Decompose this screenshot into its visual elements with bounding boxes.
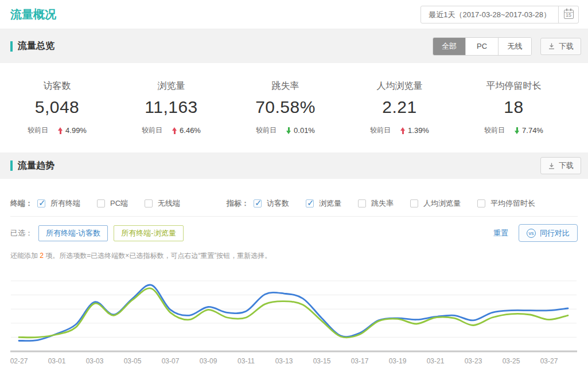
reset-link[interactable]: 重置 [493,228,508,238]
metric-value: 70.58% [228,97,342,117]
metric-card-avg-duration: 平均停留时长 18 较前日 7.74% [457,80,571,152]
divider [10,216,578,217]
x-tick-label: 03-15 [313,357,331,365]
x-tick-label: 02-27 [10,357,28,365]
x-tick-label: 03-05 [124,357,142,365]
checkbox-metric-bounce-rate[interactable]: 跳失率 [358,198,394,209]
metric-card-bounce-rate: 跳失率 70.58% 较前日 0.01% [228,80,342,152]
download-label: 下载 [559,41,574,52]
download-icon [548,42,555,50]
trend-download-button[interactable]: 下载 [540,157,581,174]
checkbox-label: 人均浏览量 [423,198,461,209]
summary-section-title: 流量总览 [10,40,54,52]
download-icon [548,162,555,170]
checkbox-label: 跳失率 [371,198,394,209]
trend-chart[interactable]: 02-2703-0103-0303-0503-0703-0903-1103-13… [10,270,578,370]
top-bar: 流量概况 最近1天（2017-03-28~2017-03-28） 15 [0,0,588,29]
compare-label: 较前日 [28,126,48,135]
metric-label: 跳失率 [228,80,342,92]
change-value: 4.99% [65,126,87,135]
change-value: 1.39% [408,126,429,135]
trend-section-title: 流量趋势 [10,160,54,172]
up-arrow-icon [172,127,177,134]
checkbox-label: 访客数 [267,198,289,209]
metric-label: 平均停留时长 [457,80,571,92]
x-tick-label: 03-09 [200,357,217,365]
calendar-button[interactable]: 15 [559,6,578,23]
selected-label: 已选： [10,228,33,238]
checkbox-metric-pageviews[interactable]: 浏览量 [306,198,341,209]
down-arrow-icon [515,127,520,134]
x-tick-label: 03-19 [389,357,407,365]
traffic-summary-header: 流量总览 全部 PC 无线 下载 [0,29,588,63]
compare-label: 较前日 [256,126,277,135]
checkbox-metric-avg-duration[interactable]: 平均停留时长 [477,198,535,209]
metric-value: 18 [457,97,571,117]
date-range-picker[interactable]: 最近1天（2017-03-28~2017-03-28） 15 [420,6,579,23]
metric-value: 11,163 [114,97,228,117]
checkbox-unchecked-icon[interactable] [97,199,105,207]
filter-row: 终端： 所有终端 PC端 无线端 指标： 访客数 浏览量 跳失率 [10,198,578,209]
checkbox-terminal-pc[interactable]: PC端 [97,198,128,209]
summary-title-text: 流量总览 [18,40,54,52]
x-tick-label: 03-25 [503,357,520,365]
checkbox-label: PC端 [110,198,128,209]
trend-chart-svg[interactable]: 02-2703-0103-0303-0503-0703-0903-1103-13… [10,270,577,370]
trend-title-text: 流量趋势 [18,160,54,172]
x-tick-label: 03-27 [540,357,558,365]
selection-note: 还能添加 2 项。所选项数=已选终端数×已选指标数，可点右边“重置”按钮，重新选… [10,251,578,261]
selected-tag-pageviews[interactable]: 所有终端-浏览量 [114,225,183,241]
checkbox-label: 所有终端 [50,198,80,209]
checkbox-terminal-wireless[interactable]: 无线端 [145,198,180,209]
compare-label: 较前日 [484,126,505,135]
tab-pc[interactable]: PC [466,38,499,55]
trend-body: 终端： 所有终端 PC端 无线端 指标： 访客数 浏览量 跳失率 [0,198,588,370]
date-range-text[interactable]: 最近1天（2017-03-28~2017-03-28） [421,6,559,23]
checkbox-unchecked-icon[interactable] [358,199,366,207]
selected-row: 已选： 所有终端-访客数 所有终端-浏览量 重置 vs 同行对比 [10,224,578,242]
checkbox-checked-icon[interactable] [37,199,45,207]
tab-wireless[interactable]: 无线 [499,38,531,55]
metrics-row: 访客数 5,048 较前日 4.99% 浏览量 11,163 较前日 6.46%… [0,63,588,152]
x-tick-label: 03-23 [465,357,482,365]
checkbox-unchecked-icon[interactable] [145,199,153,207]
checkbox-checked-icon[interactable] [254,199,262,207]
checkbox-label: 浏览量 [319,198,341,209]
metric-value: 2.21 [342,97,457,117]
peer-compare-button[interactable]: vs 同行对比 [519,224,578,242]
calendar-day-number: 15 [564,12,573,18]
vs-icon: vs [527,229,536,238]
note-suffix: 项。所选项数=已选终端数×已选指标数，可点右边“重置”按钮，重新选择。 [44,252,271,260]
x-tick-label: 03-13 [275,357,293,365]
metric-card-views-per-visitor: 人均浏览量 2.21 较前日 1.39% [342,80,457,152]
checkbox-metric-visitors[interactable]: 访客数 [254,198,289,209]
checkbox-label: 平均停留时长 [490,198,535,209]
checkbox-checked-icon[interactable] [306,199,314,207]
metric-label: 人均浏览量 [342,80,457,92]
series-line-pageviews[interactable] [19,288,568,338]
series-line-visitors[interactable] [19,285,568,341]
change-value: 6.46% [180,126,201,135]
metric-card-pageviews: 浏览量 11,163 较前日 6.46% [114,80,228,152]
down-arrow-icon [286,127,291,134]
device-tab-group: 全部 PC 无线 [433,37,532,56]
selected-tag-visitors[interactable]: 所有终端-访客数 [38,225,108,241]
up-arrow-icon [58,127,63,134]
checkbox-terminal-all[interactable]: 所有终端 [37,198,80,209]
checkbox-unchecked-icon[interactable] [410,199,418,207]
x-tick-label: 03-01 [48,357,66,365]
compare-label: 较前日 [142,126,162,135]
metric-label: 浏览量 [114,80,228,92]
metric-value: 5,048 [0,97,114,117]
peer-compare-label: 同行对比 [540,228,570,238]
x-tick-label: 03-17 [351,357,369,365]
traffic-trend-header: 流量趋势 下载 [0,152,588,179]
checkbox-metric-views-per-visitor[interactable]: 人均浏览量 [410,198,461,209]
checkbox-unchecked-icon[interactable] [477,199,485,207]
metric-group-label: 指标： [227,198,249,209]
checkbox-label: 无线端 [158,198,180,209]
tab-all[interactable]: 全部 [433,38,466,55]
section-accent-bar [10,41,13,52]
summary-download-button[interactable]: 下载 [540,38,581,55]
metric-label: 访客数 [0,80,114,92]
